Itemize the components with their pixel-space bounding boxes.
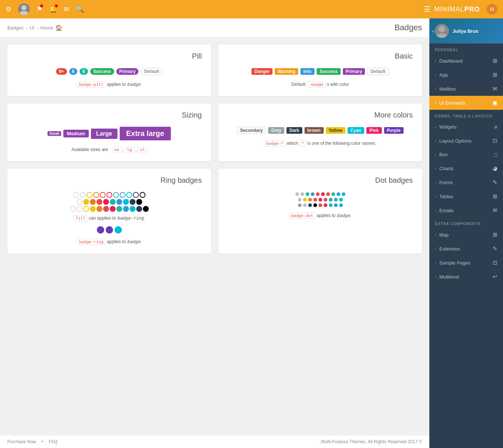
sidebar-item-extension-left: ‹ Extension [435, 246, 460, 252]
basic-badge-primary: Primary [343, 68, 365, 75]
app-icon: ⊞ [493, 71, 497, 78]
basic-badge-default: Default [367, 68, 389, 75]
pill-badge-6teal: 6 [80, 68, 88, 75]
ring-large-cyan [115, 226, 122, 234]
box-icon: □ [494, 151, 497, 158]
code-badge-italic: badge [127, 82, 140, 87]
dot-teal-1 [306, 192, 309, 196]
charts-icon: ◕ [493, 165, 497, 172]
sidebar-item-widgets[interactable]: ‹ Widgets ≡ [429, 120, 503, 134]
breadcrumb-bar: Badges ‹ UI ‹ Home 🏠 Badges [0, 18, 429, 37]
ring-fillteal-2 [116, 206, 122, 212]
sidebar-item-mailbox[interactable]: ‹ Mailbox ✉ [429, 82, 503, 96]
mail-icon[interactable]: ✉ [64, 5, 69, 13]
sidebar-item-sample[interactable]: ‹ Sample Pages ⊡ [429, 256, 503, 270]
charts-chevron: ‹ [435, 166, 436, 171]
sidebar-label-multilevel: Multilevel [439, 274, 459, 280]
basic-badge-warning: Warning [275, 68, 298, 75]
ring-red-1 [100, 192, 106, 198]
code-badge-ring-2: badge-ring [77, 239, 106, 245]
code-xl: xl [138, 147, 147, 153]
breadcrumb-badges[interactable]: Badges [7, 25, 24, 31]
code-lg: lg [125, 147, 134, 153]
sidebar-item-charts-left: ‹ Charts [435, 166, 453, 171]
sidebar-item-layout-left: ‹ Layout Options [435, 138, 471, 144]
sidebar-item-sample-left: ‹ Sample Pages [435, 260, 471, 266]
dot-pink-2 [319, 198, 322, 202]
flag-icon[interactable]: ⚑ [36, 5, 42, 13]
badge-medium: Medium [63, 130, 89, 137]
dot-teal-4 [329, 203, 333, 207]
sidebar-label-tables: Tables [439, 194, 453, 199]
extension-icon: ✎ [493, 245, 497, 252]
dot-lightgrey-2 [300, 192, 304, 196]
sidebar-item-layout[interactable]: ‹ Layout Options ⊡ [429, 134, 503, 148]
pill-card: Pill 9+ 6 6 Success Primary Default badg… [7, 45, 211, 96]
dot-pink-3 [324, 203, 327, 207]
breadcrumb-ui[interactable]: UI [29, 25, 34, 31]
sidebar-item-multilevel[interactable]: ‹ Multilevel ↩ [429, 270, 503, 284]
footer-purchase-link[interactable]: Purchase Now [7, 439, 36, 444]
sidebar-item-box[interactable]: ‹ Box □ [429, 148, 503, 161]
basic-card-title: Basic [228, 52, 413, 60]
ring-filldark-1 [130, 199, 136, 205]
footer: Purchase Now • FAQ .Multi-Purpose Themes… [0, 435, 429, 448]
ring-fillorange-1 [90, 199, 96, 205]
ui-chevron: ‹ [435, 100, 436, 105]
dot-teal-2 [331, 192, 335, 196]
ring-row-3 [17, 206, 202, 212]
dot-grey-1 [298, 203, 302, 207]
footer-faq-link[interactable]: FAQ [49, 439, 57, 444]
sidebar-item-charts[interactable]: ‹ Charts ◕ [429, 161, 503, 175]
ring-white-2 [80, 192, 86, 198]
layout-icon: ⊡ [493, 137, 497, 144]
mailbox-icon: ✉ [493, 85, 497, 92]
sidebar-section-extra: EXTRA COMPONENTS [429, 217, 503, 228]
hamburger-icon[interactable]: ☰ [424, 5, 430, 14]
sidebar-item-tables-left: ‹ Tables [435, 194, 453, 199]
page-title: Badges [394, 23, 422, 32]
app-chevron: ‹ [435, 72, 436, 77]
emails-chevron: ‹ [435, 208, 436, 213]
ring-fillred-1 [96, 199, 102, 205]
more-colors-code: badge-* which * is one of the following … [228, 141, 413, 146]
code-badge-class: .badge [307, 81, 326, 88]
ring-white-4 [70, 206, 76, 212]
dot-red-3 [313, 198, 317, 202]
code-badge-pill: badge-pill [77, 81, 106, 88]
sidebar-section-forms: FORMS, TABLE & LAYOUTS [429, 110, 503, 120]
badge-extralarge: Extra large [120, 127, 171, 140]
sidebar-item-map[interactable]: ‹ Map ⊞ [429, 228, 503, 242]
search-icon[interactable]: 🔍 [76, 5, 84, 13]
layout-chevron: ‹ [435, 138, 436, 143]
ring-white-3 [77, 199, 82, 205]
sidebar-item-tables[interactable]: ‹ Tables ⊞ [429, 189, 503, 203]
sidebar-item-dashboard[interactable]: ‹ Dashboard ⊞ [429, 54, 503, 68]
ring-teal-1 [113, 192, 119, 198]
dot-cyan-3 [339, 203, 343, 207]
sidebar-item-ui-elements[interactable]: ‹ UI Elements ▣ [429, 96, 503, 110]
breadcrumb-home[interactable]: Home [41, 25, 53, 31]
user-avatar[interactable] [18, 3, 30, 15]
sidebar-item-forms[interactable]: ‹ Forms ✎ [429, 175, 503, 189]
dot-red-1 [316, 192, 320, 196]
gear-icon[interactable]: ⚙ [6, 5, 11, 13]
sidebar-item-app[interactable]: ‹ App ⊞ [429, 68, 503, 82]
sidebar-item-emails[interactable]: ‹ Emails ✉ [429, 203, 503, 217]
tables-icon: ⊞ [493, 193, 497, 200]
ring-row-1 [17, 192, 202, 198]
more-colors-title: More colors [228, 111, 413, 119]
basic-badge-danger: Danger [252, 68, 272, 75]
bell-icon[interactable]: 🔔 [49, 5, 57, 13]
code-badge-italic-2: badge [127, 239, 140, 244]
sidebar-item-extension[interactable]: ‹ Extension ✎ [429, 242, 503, 256]
ring-fillcyan-2 [130, 206, 136, 212]
more-colors-card: More colors Secondary Grey Dark brown Ye… [218, 104, 422, 161]
ring-dark-1 [133, 192, 139, 198]
svg-point-0 [21, 5, 27, 10]
mailbox-chevron: ‹ [435, 86, 436, 91]
sidebar-collapse-icon[interactable]: ‹ [432, 28, 434, 34]
breadcrumb: Badges ‹ UI ‹ Home 🏠 [7, 24, 63, 31]
ring-fillpink-1 [103, 199, 109, 205]
ring-fillpink-2 [110, 206, 116, 212]
